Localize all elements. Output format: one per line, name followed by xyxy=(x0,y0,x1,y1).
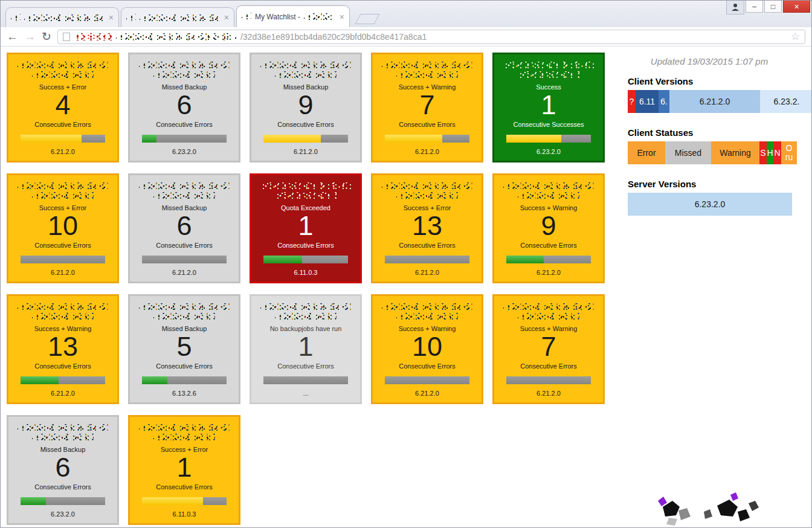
redacted-device-name xyxy=(18,424,108,431)
back-icon[interactable]: ← xyxy=(7,31,18,42)
new-tab-button[interactable] xyxy=(355,14,379,24)
tile-version: 6.21.2.0 xyxy=(51,390,75,397)
profile-button[interactable] xyxy=(726,1,744,14)
watchlist-tile[interactable]: Success + Error 4 Consecutive Errors 6.2… xyxy=(7,53,119,163)
watchlist-tile[interactable]: Success + Error 1 Consecutive Errors 6.1… xyxy=(128,415,240,525)
watchlist-tile[interactable]: Success 1 Consecutive Successes 6.23.2.0 xyxy=(492,53,605,163)
watchlist-tile[interactable]: Missed Backup 6 Consecutive Errors 6.21.… xyxy=(128,173,240,283)
browser-toolbar: ← → ↻ /32d38e1e891bcb4da620c29bfd0b4c8e4… xyxy=(1,27,811,47)
tile-version: 6.23.2.0 xyxy=(536,148,561,155)
tile-progress-bar xyxy=(142,497,227,505)
tile-progress-bar xyxy=(506,256,591,263)
redacted-url-host xyxy=(116,33,237,40)
tab-close-icon[interactable]: × xyxy=(224,13,229,22)
tile-counter-label: Consecutive Errors xyxy=(156,483,213,491)
server-versions-title: Server Versions xyxy=(628,179,811,189)
tile-count: 9 xyxy=(298,91,313,119)
watchlist-tile[interactable]: Success + Warning 7 Consecutive Errors 6… xyxy=(492,294,605,404)
tile-progress-fill xyxy=(385,135,442,143)
favicon-icon xyxy=(11,14,21,22)
tile-count: 5 xyxy=(176,333,192,361)
bookmark-star-icon[interactable]: ☆ xyxy=(791,31,800,42)
watchlist-tile[interactable]: Success + Warning 10 Consecutive Errors … xyxy=(371,294,483,404)
watchlist-tile[interactable]: Success + Warning 9 Consecutive Errors 6… xyxy=(492,173,605,283)
redacted-tab-title xyxy=(24,14,105,21)
tile-version: 6.23.2.0 xyxy=(172,148,196,155)
updated-timestamp: Updated 19/03/2015 1:07 pm xyxy=(628,56,811,66)
address-bar[interactable]: /32d38e1e891bcb4da620c29bfd0b4c8e417a8ca… xyxy=(57,30,805,44)
watchlist-tile[interactable]: No backupjobs have run 1 Consecutive Err… xyxy=(250,294,362,404)
bar-segment: 6.21.2.0 xyxy=(669,90,760,113)
browser-tab-watchlist[interactable]: My Watchlist - × xyxy=(236,5,350,27)
summary-sidebar: Updated 19/03/2015 1:07 pm Client Versio… xyxy=(612,47,811,527)
tab-close-icon[interactable]: × xyxy=(340,13,344,21)
tile-count: 1 xyxy=(541,91,556,119)
watchlist-tile[interactable]: Missed Backup 6 Consecutive Errors 6.23.… xyxy=(7,415,119,525)
tile-progress-bar xyxy=(385,376,469,384)
close-button[interactable]: × xyxy=(783,1,810,13)
redacted-logo xyxy=(649,491,776,526)
redacted-device-name xyxy=(260,182,351,189)
watchlist-tile[interactable]: Success + Warning 7 Consecutive Errors 6… xyxy=(371,53,483,163)
reload-icon[interactable]: ↻ xyxy=(42,31,51,42)
tile-counter-label: Consecutive Errors xyxy=(277,121,334,128)
tile-counter-label: Consecutive Errors xyxy=(399,362,456,370)
maximize-button[interactable]: □ xyxy=(764,1,782,13)
tile-count: 10 xyxy=(412,333,442,361)
tile-progress-bar xyxy=(142,135,227,143)
redacted-device-name xyxy=(503,303,594,310)
watchlist-page: Success + Error 4 Consecutive Errors 6.2… xyxy=(1,47,811,527)
tile-progress-fill xyxy=(263,135,321,143)
tabs: × × My Watchlist - × xyxy=(5,5,377,27)
redacted-device-name-line2 xyxy=(32,71,94,78)
redacted-device-name xyxy=(139,303,230,310)
tile-counter-label: Consecutive Errors xyxy=(156,242,213,249)
redacted-device-name-line2 xyxy=(32,434,94,440)
tile-version: 6.13.2.6 xyxy=(172,390,196,397)
watchlist-tile[interactable]: Success + Error 13 Consecutive Errors 6.… xyxy=(371,173,483,283)
tile-counter-label: Consecutive Errors xyxy=(156,362,213,370)
watchlist-tile[interactable]: Quota Exceeded 1 Consecutive Errors 6.11… xyxy=(250,173,362,283)
forward-icon[interactable]: → xyxy=(24,31,36,42)
tile-version: ... xyxy=(303,390,308,397)
tile-progress-bar xyxy=(263,256,348,263)
tile-progress-bar xyxy=(385,135,469,143)
tile-count: 6 xyxy=(55,454,70,481)
favicon-icon xyxy=(126,14,136,22)
watchlist-tile[interactable]: Success + Warning 13 Consecutive Errors … xyxy=(7,294,119,404)
tile-version: 6.21.2.0 xyxy=(294,148,318,155)
browser-tab-2[interactable]: × xyxy=(121,7,234,27)
browser-tab-1[interactable]: × xyxy=(5,7,119,27)
watchlist-tile[interactable]: Missed Backup 6 Consecutive Errors 6.23.… xyxy=(128,53,240,163)
tile-grid: Success + Error 4 Consecutive Errors 6.2… xyxy=(1,47,612,527)
redacted-device-name-line2 xyxy=(32,313,94,320)
minimize-button[interactable]: – xyxy=(746,1,763,13)
tile-progress-bar xyxy=(385,256,469,263)
tab-close-icon[interactable]: × xyxy=(109,13,114,22)
redacted-device-name-line2 xyxy=(275,313,337,320)
tile-count: 7 xyxy=(419,91,434,119)
server-versions-bar: 6.23.2.0 xyxy=(628,193,811,216)
tile-progress-bar xyxy=(21,376,105,384)
tile-progress-bar xyxy=(263,376,348,384)
tile-counter-label: Consecutive Errors xyxy=(277,362,334,370)
tile-progress-fill xyxy=(21,376,59,384)
watchlist-tile[interactable]: Missed Backup 9 Consecutive Errors 6.21.… xyxy=(250,53,362,163)
redacted-device-name-line2 xyxy=(153,434,215,440)
tile-count: 1 xyxy=(298,333,313,361)
tile-version: 6.11.0.3 xyxy=(173,510,196,518)
browser-window: × × My Watchlist - × – xyxy=(0,0,812,528)
tile-version: 6.21.2.0 xyxy=(51,148,75,155)
redacted-device-name xyxy=(260,303,351,310)
favicon-icon xyxy=(242,13,251,21)
tile-counter-label: Consecutive Successes xyxy=(514,121,584,128)
tile-progress-bar xyxy=(21,135,105,143)
tile-counter-label: Consecutive Errors xyxy=(399,242,456,249)
watchlist-tile[interactable]: Missed Backup 5 Consecutive Errors 6.13.… xyxy=(128,294,240,404)
redacted-tab-title-suffix xyxy=(304,13,333,20)
window-controls: – □ × xyxy=(726,1,810,14)
tile-progress-bar xyxy=(142,376,227,384)
tile-counter-label: Consecutive Errors xyxy=(277,242,334,249)
watchlist-tile[interactable]: Success + Error 10 Consecutive Errors 6.… xyxy=(7,173,119,283)
bar-segment: 6.23.2.0 xyxy=(628,193,792,216)
